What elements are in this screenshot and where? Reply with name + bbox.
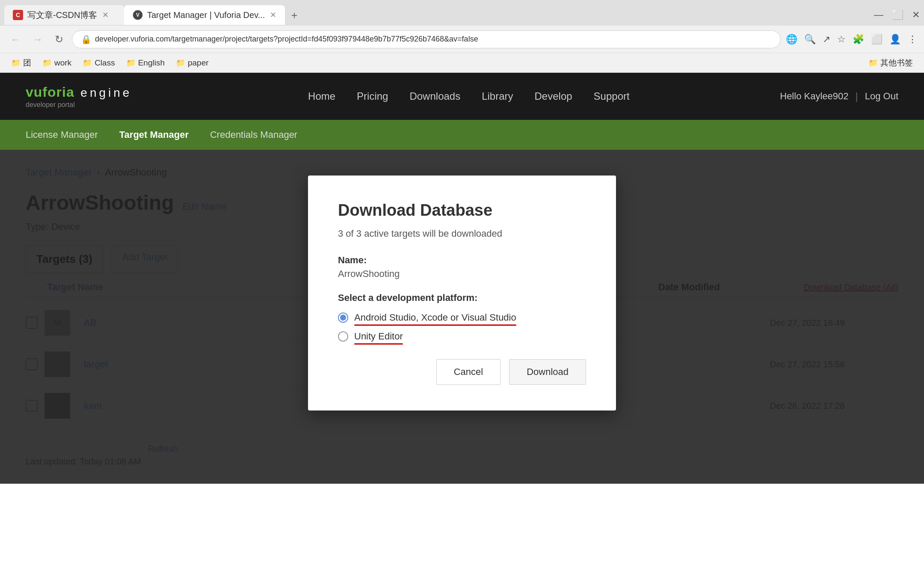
radio-android-circle [338,312,348,323]
content-area: Target Manager › ArrowShooting ArrowShoo… [0,150,924,484]
address-text: developer.vuforia.com/targetmanager/proj… [95,35,478,44]
bookmark-class-label: Class [95,58,115,68]
vuforia-subnav: License Manager Target Manager Credentia… [0,120,924,150]
nav-library[interactable]: Library [482,90,513,102]
logo-subtitle: developer portal [26,101,132,109]
subnav-credentials[interactable]: Credentials Manager [210,129,297,140]
bookmark-star-icon[interactable]: ☆ [837,34,846,45]
extensions-icon[interactable]: 🧩 [853,34,864,45]
address-bar[interactable]: 🔒 developer.vuforia.com/targetmanager/pr… [72,30,781,48]
profile-icon[interactable]: 👤 [889,34,901,45]
tab-csdn-close[interactable]: ✕ [102,10,109,20]
menu-icon[interactable]: ⋮ [908,34,917,45]
subnav-license[interactable]: License Manager [26,129,98,140]
bookmark-other[interactable]: 📁 其他书签 [864,56,917,70]
nav-pricing[interactable]: Pricing [357,90,388,102]
modal-name-value: ArrowShooting [338,268,586,280]
tab-vuforia-close[interactable]: ✕ [270,10,276,20]
radio-unity-label: Unity Editor [354,331,403,342]
folder-icon: 📁 [176,58,185,68]
back-button[interactable]: ← [7,32,24,47]
vuforia-nav: Home Pricing Downloads Library Develop S… [157,90,780,102]
bookmark-work-label: work [54,58,71,68]
nav-home[interactable]: Home [308,90,335,102]
logo-top: vuforia engine [26,84,132,100]
window-controls: — ⬜ ✕ [874,9,920,21]
radio-option-unity[interactable]: Unity Editor [338,331,586,342]
vuforia-logo: vuforia engine developer portal [26,84,132,109]
modal-subtitle: 3 of 3 active targets will be downloaded [338,228,586,239]
folder-icon: 📁 [868,58,878,68]
share-icon[interactable]: ↗ [823,34,830,45]
translate-icon[interactable]: 🌐 [786,34,797,45]
modal-platform-label: Select a development platform: [338,292,586,303]
bookmark-class[interactable]: 📁 Class [78,57,119,69]
logout-button[interactable]: Log Out [865,91,898,102]
folder-icon: 📁 [126,58,136,68]
nav-downloads[interactable]: Downloads [409,90,460,102]
modal-actions: Cancel Download [338,359,586,385]
radio-unity-circle [338,331,348,342]
logo-engine-text: engine [80,86,132,99]
nav-support[interactable]: Support [594,90,630,102]
modal-title: Download Database [338,201,586,220]
vuforia-favicon: V [133,10,143,20]
search-icon[interactable]: 🔍 [804,34,816,45]
nav-actions: 🌐 🔍 ↗ ☆ 🧩 ⬜ 👤 ⋮ [786,34,917,45]
close-window-button[interactable]: ✕ [912,9,920,21]
modal-backdrop: Download Database 3 of 3 active targets … [0,150,924,484]
lock-icon: 🔒 [81,34,92,45]
tab-csdn[interactable]: C 写文章-CSDN博客 ✕ [4,5,124,25]
reload-button[interactable]: ↻ [51,32,67,47]
modal-name-label: Name: [338,255,586,266]
bookmark-work[interactable]: 📁 work [38,57,76,69]
vuforia-header: vuforia engine developer portal Home Pri… [0,73,924,120]
bookmark-paper-label: paper [188,58,209,68]
tab-vuforia-label: Target Manager | Vuforia Dev... [147,10,265,20]
logo-vuforia-text: vuforia [26,84,74,100]
radio-android-inner [340,315,346,321]
new-tab-button[interactable]: ＋ [289,8,299,22]
bookmark-paper[interactable]: 📁 paper [172,57,213,69]
browser-chrome: C 写文章-CSDN博客 ✕ V Target Manager | Vufori… [0,0,924,73]
csdn-favicon: C [13,10,23,20]
svg-text:V: V [136,12,139,18]
tab-bar: C 写文章-CSDN博客 ✕ V Target Manager | Vufori… [0,0,924,26]
user-greeting: Hello Kaylee902 [780,91,848,102]
bookmark-other-label: 其他书签 [880,57,913,68]
folder-icon: 📁 [42,58,52,68]
tab-csdn-label: 写文章-CSDN博客 [27,9,97,21]
bookmarks-bar: 📁 团 📁 work 📁 Class 📁 English 📁 paper 📁 其… [0,53,924,73]
bookmark-tuan[interactable]: 📁 团 [7,56,36,70]
minimize-button[interactable]: — [874,9,883,21]
radio-option-android[interactable]: Android Studio, Xcode or Visual Studio [338,312,586,323]
vuforia-app: vuforia engine developer portal Home Pri… [0,73,924,559]
tab-vuforia[interactable]: V Target Manager | Vuforia Dev... ✕ [124,5,285,25]
sidebar-icon[interactable]: ⬜ [871,34,883,45]
bookmark-english-label: English [138,58,165,68]
bookmark-english[interactable]: 📁 English [122,57,169,69]
download-button[interactable]: Download [509,359,586,385]
nav-bar: ← → ↻ 🔒 developer.vuforia.com/targetmana… [0,26,924,53]
folder-icon: 📁 [11,58,21,68]
download-database-modal: Download Database 3 of 3 active targets … [308,176,616,410]
forward-button[interactable]: → [29,32,46,47]
nav-develop[interactable]: Develop [535,90,572,102]
bookmark-tuan-label: 团 [23,57,31,68]
subnav-target[interactable]: Target Manager [119,129,189,140]
maximize-button[interactable]: ⬜ [892,9,903,21]
cancel-button[interactable]: Cancel [436,359,500,385]
folder-icon: 📁 [83,58,92,68]
vuforia-user: Hello Kaylee902 | Log Out [780,90,898,102]
radio-android-label: Android Studio, Xcode or Visual Studio [354,312,516,323]
